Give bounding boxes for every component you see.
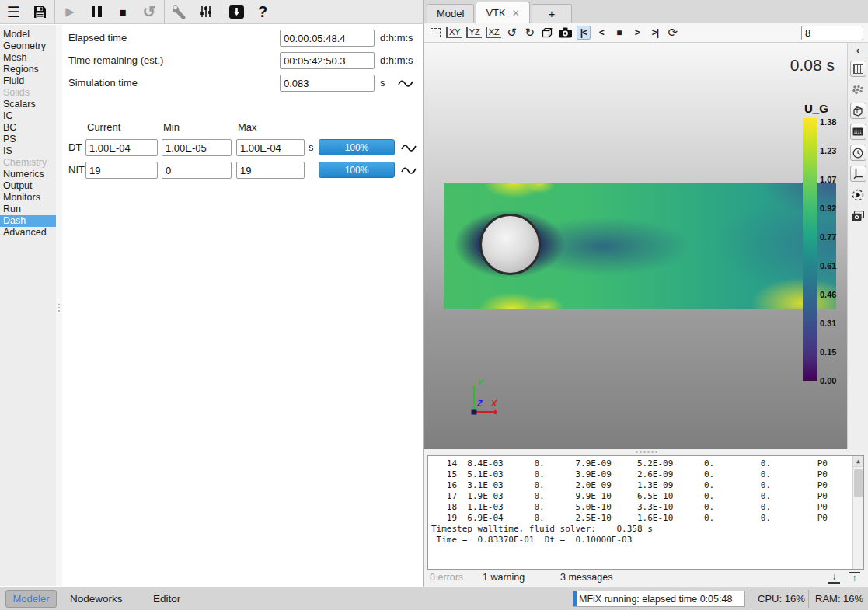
nav-item-ps[interactable]: PS bbox=[0, 134, 56, 145]
nav-item-ic[interactable]: IC bbox=[0, 110, 56, 122]
nav-item-advanced[interactable]: Advanced bbox=[0, 227, 56, 239]
nav-item-fluid[interactable]: Fluid bbox=[0, 75, 56, 87]
mesh-visibility-button[interactable] bbox=[850, 61, 866, 77]
axes-toggle-button[interactable] bbox=[850, 166, 866, 182]
nav-item-output[interactable]: Output bbox=[0, 180, 56, 192]
next-frame-button[interactable]: > bbox=[630, 26, 644, 40]
mode-nodeworks-button[interactable]: Nodeworks bbox=[70, 587, 123, 610]
scrollbar-thumb[interactable] bbox=[854, 469, 863, 497]
previous-frame-button[interactable]: < bbox=[594, 26, 608, 40]
colorbar-tick: 0.31 bbox=[820, 319, 847, 328]
first-frame-button[interactable]: |< bbox=[577, 26, 591, 40]
dt-min-input[interactable] bbox=[162, 139, 232, 156]
sliders-icon bbox=[199, 5, 213, 19]
solver-console[interactable]: 14 8.4E-03 0. 7.9E-09 5.2E-09 0. 0. P0 1… bbox=[427, 455, 864, 570]
reset-view-button[interactable] bbox=[428, 26, 442, 40]
time-remaining-input[interactable] bbox=[280, 52, 375, 69]
play-visibility-button[interactable] bbox=[850, 186, 866, 203]
warnings-count[interactable]: 1 warning bbox=[483, 572, 525, 583]
console-line: 18 1.1E-03 0. 5.0E-10 3.3E-10 0. 0. P0 bbox=[431, 502, 849, 513]
console-scrollbar[interactable]: ▲ bbox=[852, 456, 863, 569]
particles-icon bbox=[852, 85, 864, 95]
rotate-right-button[interactable]: ↻ bbox=[523, 26, 537, 40]
geometry-visibility-button[interactable] bbox=[850, 103, 866, 119]
tab-add-button[interactable]: + bbox=[532, 4, 572, 23]
frame-number-input[interactable] bbox=[801, 26, 863, 40]
pause-button[interactable] bbox=[83, 0, 110, 24]
scroll-to-bottom-button[interactable]: ↓ bbox=[828, 572, 840, 584]
ram-usage: RAM: 16% bbox=[815, 587, 863, 610]
time-remaining-label: Time remaining (est.) bbox=[68, 52, 163, 69]
tab-vtk[interactable]: VTK ✕ bbox=[476, 2, 529, 23]
view-yz-button[interactable]: YZ bbox=[466, 27, 482, 38]
nav-item-mesh[interactable]: Mesh bbox=[0, 52, 56, 64]
nav-item-dash[interactable]: Dash bbox=[0, 215, 56, 227]
nav-item-monitors[interactable]: Monitors bbox=[0, 192, 56, 204]
save-button[interactable] bbox=[26, 0, 53, 24]
vtk-toolbar: XY YZ XZ ↺ ↻ |< < ■ > >| ⟳ bbox=[424, 23, 868, 43]
reset-icon: ↺ bbox=[143, 2, 156, 21]
build-button[interactable] bbox=[166, 0, 193, 24]
horizontal-splitter[interactable] bbox=[424, 449, 868, 455]
view-xz-button[interactable]: XZ bbox=[486, 27, 501, 38]
stop-playback-button[interactable]: ■ bbox=[612, 26, 626, 40]
collapse-sidebar-button[interactable]: ‹ bbox=[856, 44, 859, 56]
plot-dt-button[interactable] bbox=[401, 139, 418, 156]
run-button[interactable]: ▶ bbox=[57, 0, 83, 24]
nav-item-bc[interactable]: BC bbox=[0, 122, 56, 134]
mode-modeler-button[interactable]: Modeler bbox=[5, 590, 57, 608]
particles-visibility-button[interactable] bbox=[850, 82, 866, 98]
column-header-min: Min bbox=[163, 121, 180, 134]
nav-item-scalars[interactable]: Scalars bbox=[0, 99, 56, 110]
console-line: 15 5.1E-03 0. 3.9E-09 2.6E-09 0. 0. P0 bbox=[431, 469, 849, 480]
export-button[interactable] bbox=[223, 0, 249, 24]
help-button[interactable]: ? bbox=[249, 0, 276, 24]
errors-count[interactable]: 0 errors bbox=[430, 572, 463, 583]
rotate-cw-icon: ↻ bbox=[525, 26, 535, 40]
nav-item-solids: Solids bbox=[0, 87, 56, 99]
play-loop-button[interactable]: ⟳ bbox=[666, 26, 680, 40]
tab-vtk-label: VTK bbox=[486, 7, 505, 19]
reset-button[interactable]: ↺ bbox=[136, 0, 162, 24]
nit-min-input[interactable] bbox=[162, 162, 232, 179]
play-icon: ▶ bbox=[65, 5, 75, 19]
geometry-icon bbox=[852, 106, 863, 117]
fit-view-icon bbox=[431, 28, 441, 37]
nav-item-model[interactable]: Model bbox=[0, 29, 56, 40]
scroll-to-top-button[interactable]: ↑ bbox=[849, 572, 860, 584]
dt-current-input[interactable] bbox=[85, 139, 158, 156]
perspective-button[interactable] bbox=[541, 26, 555, 40]
nav-item-run[interactable]: Run bbox=[0, 204, 56, 215]
messages-count[interactable]: 3 messages bbox=[560, 572, 612, 583]
plot-simulation-time-button[interactable] bbox=[398, 75, 415, 92]
settings-button[interactable] bbox=[193, 0, 219, 24]
nav-item-is[interactable]: IS bbox=[0, 145, 56, 157]
scroll-up-icon[interactable]: ▲ bbox=[853, 456, 863, 467]
regions-visibility-button[interactable] bbox=[850, 124, 866, 140]
vertical-splitter[interactable] bbox=[56, 25, 62, 586]
simulation-time-input[interactable] bbox=[280, 75, 375, 92]
rotate-left-button[interactable]: ↺ bbox=[505, 26, 519, 40]
nav-item-geometry[interactable]: Geometry bbox=[0, 40, 56, 52]
plot-nit-button[interactable] bbox=[401, 162, 418, 179]
dt-max-input[interactable] bbox=[236, 139, 305, 156]
run-status-bar: MFiX running: elapsed time 0:05:48 bbox=[573, 591, 745, 607]
mode-editor-button[interactable]: Editor bbox=[153, 587, 180, 610]
stop-button[interactable]: ■ bbox=[110, 0, 136, 24]
time-label-button[interactable] bbox=[850, 145, 866, 161]
snapshot-button[interactable] bbox=[850, 207, 866, 224]
console-line: 17 1.9E-03 0. 9.9E-10 6.5E-10 0. 0. P0 bbox=[431, 491, 849, 502]
tab-close-icon[interactable]: ✕ bbox=[512, 8, 520, 19]
last-frame-button[interactable]: >| bbox=[648, 26, 662, 40]
menu-button[interactable]: ☰ bbox=[0, 0, 26, 24]
nit-current-input[interactable] bbox=[85, 162, 158, 179]
nav-item-regions[interactable]: Regions bbox=[0, 64, 56, 75]
screenshot-button[interactable] bbox=[559, 26, 573, 40]
nit-max-input[interactable] bbox=[236, 162, 305, 179]
vtk-viewport[interactable]: 0.08 s U_G 1.38 1.23 1.07 0.92 0.77 0.61… bbox=[424, 43, 847, 449]
tab-model[interactable]: Model bbox=[427, 4, 474, 23]
view-xy-button[interactable]: XY bbox=[446, 27, 462, 38]
nav-item-numerics[interactable]: Numerics bbox=[0, 169, 56, 180]
elapsed-time-input[interactable] bbox=[280, 30, 375, 47]
help-icon: ? bbox=[258, 3, 267, 21]
